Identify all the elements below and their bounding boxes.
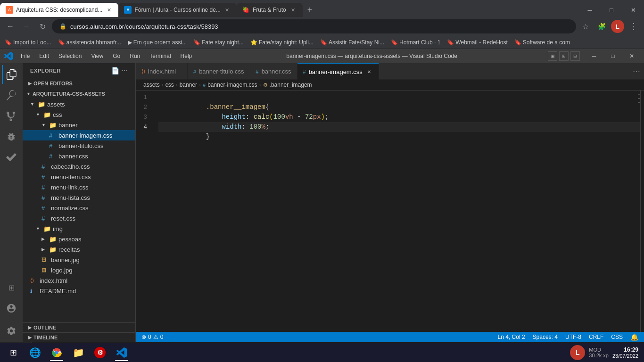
tree-menu-item-css[interactable]: # menu-item.css bbox=[23, 172, 135, 182]
menu-selection[interactable]: Selection bbox=[55, 52, 85, 60]
tree-banner-imagem-css[interactable]: # banner-imagem.css bbox=[23, 130, 135, 140]
tab1-close[interactable]: ✕ bbox=[105, 6, 113, 14]
url-bar[interactable]: 🔒 cursos.alura.com.br/course/arquitetura… bbox=[52, 19, 576, 33]
status-spaces[interactable]: Spaces: 4 bbox=[531, 334, 560, 340]
tree-css[interactable]: ▼ 📁 css bbox=[23, 109, 135, 120]
bookmark-6[interactable]: 🔖 Assistir Fate/Stay Ni... bbox=[317, 38, 387, 47]
bc-assets[interactable]: assets bbox=[143, 82, 160, 88]
tree-cabecalho-css[interactable]: # cabecalho.css bbox=[23, 161, 135, 172]
tree-pessoas-folder[interactable]: ▶ 📁 pessoas bbox=[23, 234, 135, 244]
status-encoding[interactable]: UTF-8 bbox=[563, 334, 583, 340]
tree-menu-lista-css[interactable]: # menu-lista.css bbox=[23, 192, 135, 203]
layout-btn-3[interactable]: ⊟ bbox=[570, 51, 580, 61]
activity-explorer[interactable] bbox=[2, 65, 21, 84]
win-maximize[interactable]: □ bbox=[601, 3, 622, 17]
bc-file[interactable]: banner-imagem.css bbox=[207, 82, 257, 88]
nav-forward[interactable]: → bbox=[20, 20, 33, 33]
tree-assets[interactable]: ▼ 📁 assets bbox=[23, 99, 135, 109]
vscode-minimize[interactable]: ─ bbox=[586, 49, 603, 63]
tab-banner-titulo[interactable]: # banner-titulo.css bbox=[188, 63, 250, 80]
bookmark-7[interactable]: 🔖 Hotmart Club · 1 bbox=[388, 38, 443, 47]
tree-banner-folder[interactable]: ▼ 📁 banner bbox=[23, 120, 135, 130]
activity-debug[interactable] bbox=[2, 127, 21, 146]
tree-banner-titulo-css[interactable]: # banner-titulo.css bbox=[23, 140, 135, 151]
addr-profile[interactable]: L bbox=[611, 20, 624, 33]
win-close[interactable]: ✕ bbox=[622, 3, 644, 17]
menu-view[interactable]: View bbox=[87, 52, 107, 60]
code-editor[interactable]: 1 2 3 4 .banner__imagem{ height: calc(10… bbox=[136, 90, 644, 332]
taskbar-item-chrome[interactable] bbox=[46, 343, 67, 362]
taskbar-clock[interactable]: 16:29 23/07/2022 bbox=[612, 346, 642, 359]
tree-logo-jpg[interactable]: 🖼 logo.jpg bbox=[23, 265, 135, 275]
status-feedback[interactable]: 🔔 bbox=[628, 333, 640, 341]
nav-back[interactable]: ← bbox=[4, 20, 17, 33]
tree-receitas-folder[interactable]: ▶ 📁 receitas bbox=[23, 244, 135, 255]
explorer-action-newfile[interactable]: 📄 bbox=[111, 67, 120, 74]
browser-tab-1[interactable]: A Arquitetura CSS: descomplicand... ✕ bbox=[0, 3, 118, 17]
bookmark-5[interactable]: ⭐ Fate/stay night: Upli... bbox=[248, 38, 316, 47]
addr-bookmark[interactable]: ☆ bbox=[579, 20, 592, 33]
addr-menu[interactable]: ⋮ bbox=[627, 20, 640, 33]
tab-banner-imagem[interactable]: # banner-imagem.css ✕ bbox=[297, 63, 379, 80]
tab2-close[interactable]: ✕ bbox=[223, 6, 231, 14]
bc-banner[interactable]: banner bbox=[180, 82, 197, 88]
activity-settings[interactable] bbox=[2, 321, 21, 340]
timeline-section[interactable]: ▶ TIMELINE bbox=[23, 332, 135, 342]
tree-banner-css[interactable]: # banner.css bbox=[23, 151, 135, 161]
browser-tab-2[interactable]: A Fórum | Alura - Cursos online de... ✕ bbox=[118, 3, 237, 17]
code-content[interactable]: .banner__imagem{ height: calc(100vh - 72… bbox=[155, 90, 640, 332]
layout-btn-2[interactable]: ⊞ bbox=[559, 51, 569, 61]
addr-extension1[interactable]: 🧩 bbox=[595, 20, 608, 33]
outline-section[interactable]: ▶ OUTLINE bbox=[23, 322, 135, 332]
tree-reset-css[interactable]: # reset.css bbox=[23, 213, 135, 223]
tab-index-html[interactable]: ⟨⟩ index.html bbox=[136, 63, 188, 80]
tab-close-button[interactable]: ✕ bbox=[365, 68, 373, 75]
activity-extensions[interactable] bbox=[2, 148, 21, 167]
menu-terminal[interactable]: Terminal bbox=[146, 52, 174, 60]
layout-btn-1[interactable]: ▣ bbox=[548, 51, 557, 61]
nav-refresh[interactable]: ↻ bbox=[36, 20, 49, 33]
bookmark-9[interactable]: 🔖 Software de a com bbox=[512, 38, 573, 47]
activity-remote[interactable]: ⊞ bbox=[2, 278, 21, 297]
tree-banner-jpg[interactable]: 🖼 banner.jpg bbox=[23, 255, 135, 265]
menu-file[interactable]: File bbox=[17, 52, 33, 60]
activity-scm[interactable] bbox=[2, 107, 21, 125]
menu-go[interactable]: Go bbox=[109, 52, 124, 60]
taskbar-item-red-app[interactable]: ⚙ bbox=[90, 343, 110, 362]
open-editors-section[interactable]: ▶ OPEN EDITORS bbox=[23, 78, 135, 89]
bookmark-4[interactable]: 🔖 Fate stay night... bbox=[190, 38, 247, 47]
bookmark-1[interactable]: 🔖 Import to Loo... bbox=[2, 38, 54, 47]
status-errors[interactable]: ⊗ 0 ⚠ 0 bbox=[140, 334, 165, 340]
bc-symbol[interactable]: .banner_imagem bbox=[270, 82, 312, 88]
menu-run[interactable]: Run bbox=[126, 52, 144, 60]
tree-readme-md[interactable]: ℹ README.md bbox=[23, 286, 135, 296]
menu-edit[interactable]: Edit bbox=[35, 52, 53, 60]
tree-img-folder[interactable]: ▼ 📁 img bbox=[23, 223, 135, 234]
status-line-ending[interactable]: CRLF bbox=[587, 334, 605, 340]
bookmark-2[interactable]: 🔖 assistencia.hbmanfr... bbox=[55, 38, 124, 47]
tab-banner-css[interactable]: # banner.css bbox=[250, 63, 297, 80]
browser-tab-3[interactable]: 🍓 Fruta & Fruto ✕ bbox=[237, 3, 303, 17]
taskbar-user-circle[interactable]: L bbox=[570, 345, 585, 360]
taskbar-item-explorer[interactable]: 📁 bbox=[68, 343, 89, 362]
activity-account[interactable] bbox=[2, 299, 21, 318]
taskbar-item-ie[interactable]: 🌐 bbox=[25, 343, 45, 362]
vscode-maximize[interactable]: □ bbox=[604, 49, 621, 63]
menu-help[interactable]: Help bbox=[177, 52, 196, 60]
status-language[interactable]: CSS bbox=[609, 334, 625, 340]
bookmark-8[interactable]: 🔖 Webmail - RedeHost bbox=[444, 38, 510, 47]
vscode-close[interactable]: ✕ bbox=[623, 49, 640, 63]
root-folder[interactable]: ▼ ARQUITETURA-CSS-ASSETS bbox=[23, 89, 135, 99]
status-ln-col[interactable]: Ln 4, Col 2 bbox=[496, 334, 527, 340]
taskbar-item-vscode[interactable] bbox=[111, 343, 132, 362]
tab3-close[interactable]: ✕ bbox=[289, 6, 297, 14]
bc-css[interactable]: css bbox=[165, 82, 174, 88]
explorer-action-more[interactable]: ··· bbox=[122, 67, 128, 74]
bookmark-3[interactable]: ▶ Em que ordem assi... bbox=[125, 38, 190, 47]
new-tab-button[interactable]: + bbox=[303, 3, 317, 17]
tree-normalize-css[interactable]: # normalize.css bbox=[23, 203, 135, 213]
start-button[interactable]: ⊞ bbox=[2, 343, 25, 362]
win-minimize[interactable]: ─ bbox=[579, 3, 601, 17]
tree-index-html[interactable]: ⟨⟩ index.html bbox=[23, 275, 135, 286]
tree-menu-link-css[interactable]: # menu-link.css bbox=[23, 182, 135, 192]
